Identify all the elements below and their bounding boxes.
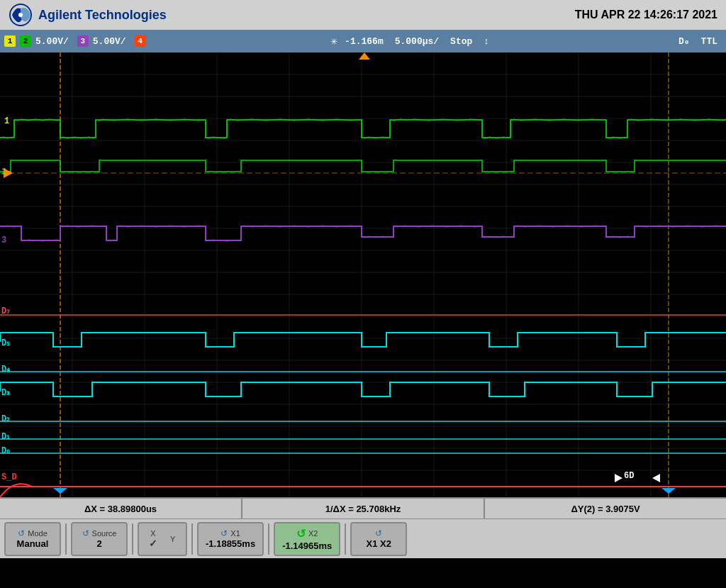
separator-5: [345, 523, 346, 555]
delta-y-cell: ΔY(2) = 3.9075V: [485, 499, 726, 518]
svg-text:6D: 6D: [624, 471, 634, 481]
svg-marker-33: [359, 52, 370, 60]
svg-text:D₀: D₀: [1, 446, 10, 456]
svg-text:S_D: S_D: [1, 472, 17, 482]
agilent-logo-icon: [9, 3, 33, 27]
ttl-label: TTL: [701, 36, 717, 47]
cursor-x-val: -1.166m: [345, 36, 384, 47]
svg-text:D₅: D₅: [1, 338, 10, 348]
do-label: D₀: [678, 35, 690, 47]
grid: 1 2 3 D₇ D₅ D₄ D₃ D₂ D₁ D₀ S_D 6D: [0, 52, 726, 497]
svg-text:D₁: D₁: [1, 432, 10, 442]
ch2-badge[interactable]: 2: [20, 35, 31, 47]
x2-button[interactable]: ↺ X2 -1.14965ms: [274, 522, 340, 556]
svg-text:D₄: D₄: [1, 365, 10, 375]
scope-display: 1 2 3 D₇ D₅ D₄ D₃ D₂ D₁ D₀ S_D 6D: [0, 52, 726, 497]
svg-text:D₂: D₂: [1, 414, 10, 424]
logo-area: Agilent Technologies: [9, 3, 167, 27]
y-label: Y: [170, 535, 175, 543]
x1x2-value: X1 X2: [367, 538, 391, 549]
source-button[interactable]: ↺ Source 2: [71, 522, 128, 556]
x1-refresh-icon: ↺: [220, 528, 228, 538]
source-label: Source: [92, 529, 117, 538]
x1-value: -1.18855ms: [206, 538, 255, 549]
x2-arrow-icon: ↺: [296, 527, 306, 540]
x1x2-button[interactable]: ↺ X1 X2: [350, 522, 407, 556]
separator-3: [191, 523, 193, 555]
svg-marker-54: [652, 474, 660, 482]
ch4-badge[interactable]: 4: [135, 35, 146, 47]
svg-point-1: [18, 13, 23, 17]
inv-delta-x-cell: 1/ΔX = 25.708kHz: [242, 499, 485, 518]
ch2-scale: 5.00V/: [35, 36, 69, 47]
x-label: X: [150, 529, 155, 538]
svg-text:1: 1: [4, 116, 9, 126]
separator-2: [132, 523, 133, 555]
svg-text:D₇: D₇: [1, 306, 10, 316]
svg-marker-55: [53, 488, 67, 494]
source-value: 2: [96, 538, 101, 549]
button-row: ↺ Mode Manual ↺ Source 2 X ✓ Y ↺ X1 -1.1…: [0, 518, 726, 558]
separator-1: [65, 523, 67, 555]
svg-rect-2: [0, 52, 726, 497]
svg-text:D₃: D₃: [1, 388, 10, 398]
x2-value: -1.14965ms: [282, 540, 332, 551]
mode-label: Mode: [28, 529, 48, 538]
inv-delta-x-label: 1/ΔX = 25.708kHz: [325, 504, 401, 514]
delta-y-label: ΔY(2) = 3.9075V: [571, 504, 640, 514]
mode-value: Manual: [17, 538, 49, 549]
ch3-badge[interactable]: 3: [77, 35, 89, 47]
separator-4: [268, 523, 269, 555]
svg-marker-57: [4, 168, 13, 178]
x1x2-refresh-icon: ↺: [375, 528, 382, 538]
ch1-badge[interactable]: 1: [4, 35, 16, 47]
header-bar: Agilent Technologies THU APR 22 14:26:17…: [0, 0, 726, 30]
trigger-status: Stop: [450, 36, 472, 47]
x2-label: X2: [308, 529, 318, 538]
snowflake-icon: ✳: [330, 34, 337, 48]
svg-text:2: 2: [1, 167, 6, 177]
time-div: 5.000μs/: [395, 36, 439, 47]
mode-refresh-icon: ↺: [18, 528, 25, 538]
ch3-scale: 5.00V/: [93, 36, 126, 47]
mode-button[interactable]: ↺ Mode Manual: [4, 522, 61, 556]
toolbar: 1 2 5.00V/ 3 5.00V/ 4 ✳ -1.166m 5.000μs/…: [0, 30, 726, 52]
x1-button[interactable]: ↺ X1 -1.18855ms: [197, 522, 264, 556]
svg-marker-53: [615, 474, 622, 482]
company-name: Agilent Technologies: [38, 8, 167, 23]
svg-text:3: 3: [1, 235, 6, 245]
toolbar-center: ✳ -1.166m 5.000μs/ Stop ↕: [150, 34, 674, 48]
y-col: Y: [170, 535, 175, 543]
svg-marker-56: [661, 488, 676, 494]
measurements-bar: ΔX = 38.89800us 1/ΔX = 25.708kHz ΔY(2) =…: [0, 497, 726, 518]
xy-button[interactable]: X ✓ Y: [138, 522, 187, 556]
delta-x-label: ΔX = 38.89800us: [84, 504, 157, 514]
delta-x-cell: ΔX = 38.89800us: [0, 499, 242, 518]
source-refresh-icon: ↺: [82, 528, 89, 538]
toolbar-right: D₀ TTL: [678, 35, 722, 47]
datetime-display: THU APR 22 14:26:17 2021: [575, 9, 717, 21]
x-col: X ✓: [149, 529, 157, 549]
x-check: ✓: [149, 538, 157, 549]
x1-label: X1: [230, 529, 240, 538]
trigger-dir: ↕: [484, 36, 489, 47]
